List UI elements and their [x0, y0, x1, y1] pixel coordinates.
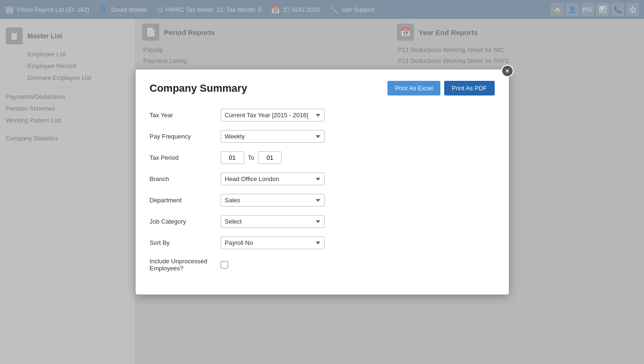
modal-button-group: Print As Excel Print As PDF	[387, 81, 495, 95]
close-icon: ×	[505, 67, 509, 75]
tax-period-from-input[interactable]	[221, 151, 244, 164]
department-row: Department Sales HR Finance IT	[150, 194, 495, 207]
pay-frequency-select[interactable]: Weekly Monthly Fortnightly 4-Weekly	[221, 130, 325, 143]
job-category-select[interactable]: Select Manager Director Staff	[221, 215, 325, 228]
sort-by-select[interactable]: Payroll No Surname Department	[221, 236, 325, 249]
tax-period-to-label: To	[248, 154, 255, 161]
include-unprocessed-label: Include Unprocessed Employees?	[150, 258, 221, 272]
branch-row: Branch Head Office London Branch 2 Branc…	[150, 173, 495, 185]
modal-header: Company Summary Print As Excel Print As …	[150, 81, 495, 95]
company-summary-modal: × Company Summary Print As Excel Print A…	[136, 69, 509, 295]
modal-title: Company Summary	[150, 82, 248, 95]
tax-period-label: Tax Period	[150, 154, 221, 161]
tax-year-row: Tax Year Current Tax Year [2015 - 2016] …	[150, 109, 495, 121]
tax-period-to-input[interactable]	[258, 151, 282, 164]
job-category-row: Job Category Select Manager Director Sta…	[150, 215, 495, 228]
department-label: Department	[150, 197, 221, 204]
sort-by-label: Sort By	[150, 239, 221, 246]
modal-overlay: × Company Summary Print As Excel Print A…	[0, 0, 644, 364]
include-unprocessed-checkbox[interactable]	[221, 261, 228, 269]
modal-close-button[interactable]: ×	[501, 65, 514, 77]
sort-by-row: Sort By Payroll No Surname Department	[150, 236, 495, 249]
job-category-label: Job Category	[150, 218, 221, 225]
department-select[interactable]: Sales HR Finance IT	[221, 194, 325, 207]
tax-period-row: Tax Period To	[150, 151, 495, 164]
include-unprocessed-row: Include Unprocessed Employees?	[150, 258, 495, 272]
modal-form: Tax Year Current Tax Year [2015 - 2016] …	[150, 109, 495, 272]
tax-year-label: Tax Year	[150, 112, 221, 119]
pay-frequency-row: Pay Frequency Weekly Monthly Fortnightly…	[150, 130, 495, 143]
print-as-excel-button[interactable]: Print As Excel	[387, 81, 440, 95]
branch-label: Branch	[150, 175, 221, 182]
tax-period-group: To	[221, 151, 282, 164]
branch-select[interactable]: Head Office London Branch 2 Branch 3	[221, 173, 325, 185]
pay-frequency-label: Pay Frequency	[150, 133, 221, 140]
print-as-pdf-button[interactable]: Print As PDF	[444, 81, 494, 95]
tax-year-select[interactable]: Current Tax Year [2015 - 2016] 2014 - 20…	[221, 109, 325, 121]
